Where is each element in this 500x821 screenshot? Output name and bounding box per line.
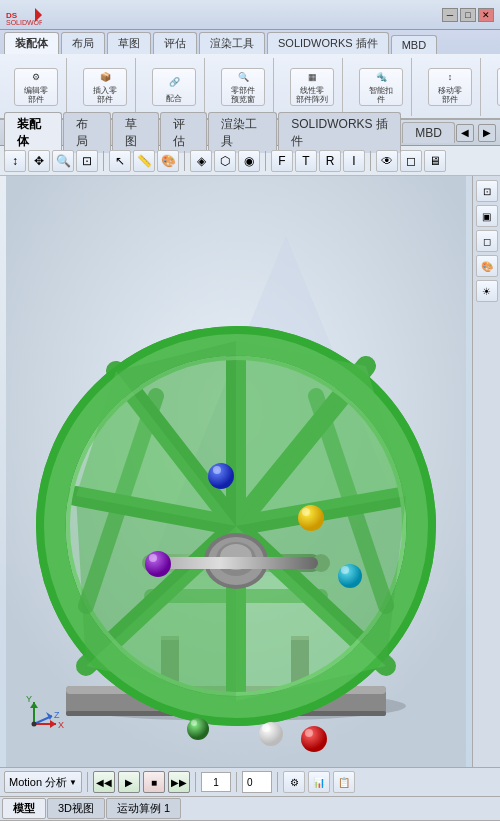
tab-渲染工具[interactable]: 渲染工具 [208, 112, 277, 153]
motion-type-dropdown[interactable]: Motion 分析 ▼ [4, 771, 82, 793]
toolbar-sep-1 [103, 151, 104, 171]
transparency-tool[interactable]: ◻ [400, 150, 422, 172]
tab-评估[interactable]: 评估 [160, 112, 207, 153]
ribbon-btn[interactable]: 🔍 零部件 预览窗 [221, 68, 265, 106]
motion-sep-1 [87, 772, 88, 792]
tab2-model[interactable]: 模型 [2, 798, 46, 819]
ribbon-tab-布局[interactable]: 布局 [61, 32, 105, 54]
ribbon-tab-SOLIDWORKS 插件[interactable]: SOLIDWORKS 插件 [267, 32, 389, 54]
tab-MBD[interactable]: MBD [402, 122, 455, 143]
tab-SOLIDWORKS 插件[interactable]: SOLIDWORKS 插件 [278, 112, 401, 153]
ribbon-tab-MBD[interactable]: MBD [391, 35, 437, 54]
display-style-tool[interactable]: ◉ [238, 150, 260, 172]
ribbon-tab-评估[interactable]: 评估 [153, 32, 197, 54]
svg-point-61 [301, 726, 327, 752]
close-button[interactable]: ✕ [478, 8, 494, 22]
ribbon-btn[interactable]: ↕ 移动零 部件 [428, 68, 472, 106]
svg-text:Z: Z [54, 710, 60, 720]
motion-sep-4 [277, 772, 278, 792]
ribbon-btn[interactable]: 🔗 配合 [152, 68, 196, 106]
front-view-tool[interactable]: F [271, 150, 293, 172]
ribbon: 装配体布局草图评估渲染工具SOLIDWORKS 插件MBD ⚙ 编辑零 部件 📦… [0, 30, 500, 120]
isometric-view-tool[interactable]: I [343, 150, 365, 172]
tab-right-controls: ◀ ▶ [456, 124, 496, 142]
ribbon-group: ⚙ 编辑零 部件 [6, 58, 67, 116]
pan-tool[interactable]: ✥ [28, 150, 50, 172]
ribbon-tab-bar: 装配体布局草图评估渲染工具SOLIDWORKS 插件MBD [0, 30, 500, 54]
toolbar-sep-3 [265, 151, 266, 171]
ribbon-tab-草图[interactable]: 草图 [107, 32, 151, 54]
play-button[interactable]: ▶ [118, 771, 140, 793]
motion-sep-3 [236, 772, 237, 792]
ribbon-btn[interactable]: 📦 插入零 部件 [83, 68, 127, 106]
ribbon-btn-icon: 📦 [94, 69, 116, 85]
ribbon-btn[interactable]: 🔩 智能扣 件 [359, 68, 403, 106]
stop-button[interactable]: ■ [143, 771, 165, 793]
right-view-tool[interactable]: R [319, 150, 341, 172]
ribbon-btn-icon: 🔩 [370, 69, 392, 85]
tab-row2: 模型 3D视图 运动算例 1 [0, 797, 500, 821]
play-back-button[interactable]: ◀◀ [93, 771, 115, 793]
ribbon-btn-icon: ↕ [439, 69, 461, 85]
svg-point-57 [338, 564, 362, 588]
ribbon-content: ⚙ 编辑零 部件 📦 插入零 部件 🔗 配合 🔍 零部件 预览窗 ▦ 线性零 部… [0, 54, 500, 120]
maximize-button[interactable]: □ [460, 8, 476, 22]
select-tool[interactable]: ↖ [109, 150, 131, 172]
ribbon-group: 👁 显示隐 藏零件 [489, 58, 500, 116]
ribbon-btn[interactable]: ▦ 线性零 部件阵列 [290, 68, 334, 106]
ribbon-btn[interactable]: ⚙ 编辑零 部件 [14, 68, 58, 106]
zoom-fit-tool[interactable]: ⊡ [76, 150, 98, 172]
tab-bar: 装配体布局草图评估渲染工具SOLIDWORKS 插件MBD ◀ ▶ [0, 120, 500, 146]
minimize-button[interactable]: ─ [442, 8, 458, 22]
monitor-tool[interactable]: 🖥 [424, 150, 446, 172]
motion-chart-btn[interactable]: 📊 [308, 771, 330, 793]
ribbon-group: 🔍 零部件 预览窗 [213, 58, 274, 116]
tab-草图[interactable]: 草图 [112, 112, 159, 153]
right-sidebar: ⊡ ▣ ◻ 🎨 ☀ [472, 176, 500, 767]
window-controls: ─ □ ✕ [442, 8, 494, 22]
svg-point-51 [208, 463, 234, 489]
motion-sep-2 [195, 772, 196, 792]
tab2-motion1[interactable]: 运动算例 1 [106, 798, 181, 819]
motion-results-btn[interactable]: 📋 [333, 771, 355, 793]
main-area: Z X Y ⊡ ▣ ◻ 🎨 ☀ [0, 176, 500, 767]
3d-view-tool[interactable]: ◈ [190, 150, 212, 172]
motion-type-label: Motion 分析 [9, 775, 67, 790]
zoom-tool[interactable]: 🔍 [52, 150, 74, 172]
svg-point-74 [32, 722, 37, 727]
svg-point-56 [149, 554, 157, 562]
hide-show-btn[interactable]: ◻ [476, 230, 498, 252]
play-forward-button[interactable]: ▶▶ [168, 771, 190, 793]
tab-pin-button[interactable]: ◀ [456, 124, 474, 142]
svg-point-52 [213, 466, 221, 474]
tab-布局[interactable]: 布局 [63, 112, 110, 153]
top-view-tool[interactable]: T [295, 150, 317, 172]
tab-expand-button[interactable]: ▶ [478, 124, 496, 142]
edit-appearance-btn[interactable]: 🎨 [476, 255, 498, 277]
view-orientation-btn[interactable]: ⊡ [476, 180, 498, 202]
ribbon-tab-渲染工具[interactable]: 渲染工具 [199, 32, 265, 54]
tab-装配体[interactable]: 装配体 [4, 112, 62, 153]
scene-btn[interactable]: ☀ [476, 280, 498, 302]
ribbon-btn-icon: 🔗 [163, 71, 185, 93]
display-style-btn[interactable]: ▣ [476, 205, 498, 227]
viewport[interactable]: Z X Y [0, 176, 472, 767]
motion-settings-btn[interactable]: ⚙ [283, 771, 305, 793]
ribbon-group: 🔩 智能扣 件 [351, 58, 412, 116]
svg-point-62 [305, 729, 313, 737]
ribbon-btn-icon: ⚙ [25, 69, 47, 85]
measure-tool[interactable]: 📏 [133, 150, 155, 172]
ribbon-group: ▦ 线性零 部件阵列 [282, 58, 343, 116]
motion-dropdown-arrow: ▼ [69, 778, 77, 787]
svg-text:X: X [58, 720, 64, 730]
appearance-tool[interactable]: 🎨 [157, 150, 179, 172]
section-view-tool[interactable]: ⬡ [214, 150, 236, 172]
time-display: 0 [242, 771, 272, 793]
frame-input[interactable] [201, 772, 231, 792]
rotate-tool[interactable]: ↕ [4, 150, 26, 172]
svg-point-53 [298, 505, 324, 531]
hide-show-tool[interactable]: 👁 [376, 150, 398, 172]
ribbon-tab-装配体[interactable]: 装配体 [4, 32, 59, 54]
tab2-3dview[interactable]: 3D视图 [47, 798, 105, 819]
toolbar-sep-2 [184, 151, 185, 171]
